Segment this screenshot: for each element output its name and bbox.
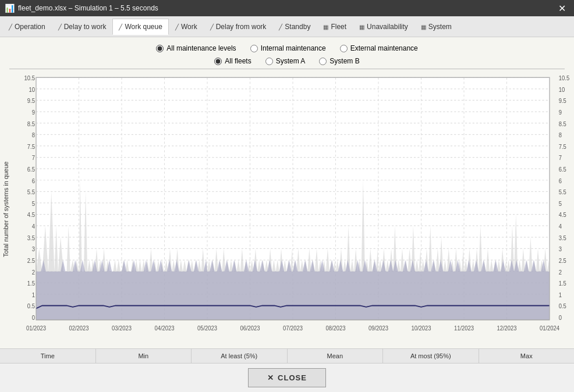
svg-text:06/2023: 06/2023 [240,325,260,332]
stats-max: Max [479,349,575,363]
tab-system[interactable]: ▦ System [414,19,458,34]
svg-text:2.5: 2.5 [559,257,566,264]
fleet-filter-row: All fleets System A System B [0,55,574,67]
stats-bar: Time Min At least (5%) Mean At most (95%… [0,348,574,363]
svg-text:01/2024: 01/2024 [540,325,559,332]
window-title: fleet_demo.xlsx – Simulation 1 – 5.5 sec… [18,4,158,12]
chart-svg-area: 10.5 10.5 10 10 9.5 9.5 9 9 8.5 8.5 8 [12,70,574,348]
tab-unavailability-icon: ▦ [359,24,364,30]
svg-text:1.5: 1.5 [27,280,35,287]
svg-text:7.5: 7.5 [27,143,35,150]
svg-text:3.5: 3.5 [559,234,566,241]
tab-standby[interactable]: ╱ Standby [272,19,317,34]
tab-operation[interactable]: ╱ Operation [2,19,52,34]
svg-text:5.5: 5.5 [27,189,35,196]
svg-text:5: 5 [32,200,36,207]
svg-text:8: 8 [32,132,36,139]
tab-operation-icon: ╱ [9,24,12,30]
stats-mean: Mean [288,349,384,363]
svg-text:08/2023: 08/2023 [325,325,345,332]
svg-text:0.5: 0.5 [559,303,566,310]
tab-fleet[interactable]: ▦ Fleet [317,19,353,34]
svg-text:02/2023: 02/2023 [69,325,88,332]
svg-text:1: 1 [32,291,36,298]
tab-fleet-icon: ▦ [323,24,328,30]
svg-text:5.5: 5.5 [559,189,566,196]
close-button-label: CLOSE [278,373,307,382]
stats-time: Time [0,349,96,363]
svg-text:1.5: 1.5 [559,280,566,287]
svg-text:0.5: 0.5 [27,303,35,310]
tab-system-icon: ▦ [421,24,426,30]
main-content: All maintenance levels Internal maintena… [0,37,574,392]
svg-text:07/2023: 07/2023 [283,325,303,332]
app-icon: 📊 [5,3,15,13]
svg-text:12/2023: 12/2023 [497,325,516,332]
radio-all-maintenance[interactable]: All maintenance levels [156,44,236,52]
svg-text:2: 2 [32,269,36,276]
svg-text:9: 9 [32,109,36,116]
svg-text:9.5: 9.5 [27,98,35,105]
tab-delay-to-work-icon: ╱ [58,24,62,30]
window-close-button[interactable]: ✕ [555,2,569,15]
tab-standby-icon: ╱ [279,24,282,30]
close-x-icon: ✕ [267,373,274,382]
svg-text:9.5: 9.5 [559,98,566,105]
svg-text:0: 0 [559,314,562,321]
tab-delay-to-work[interactable]: ╱ Delay to work [52,19,113,34]
tab-delay-from-work[interactable]: ╱ Delay from work [204,19,273,34]
radio-all-fleets[interactable]: All fleets [214,57,251,65]
radio-external-maintenance[interactable]: External maintenance [340,44,418,52]
svg-text:2: 2 [559,269,562,276]
svg-text:3: 3 [32,246,36,253]
svg-text:3: 3 [559,246,562,253]
svg-text:10.5: 10.5 [24,74,36,81]
svg-text:4: 4 [32,223,36,230]
svg-text:1: 1 [559,291,562,298]
svg-text:05/2023: 05/2023 [197,325,217,332]
svg-text:11/2023: 11/2023 [454,325,474,332]
svg-text:6: 6 [32,177,36,184]
radio-internal-maintenance[interactable]: Internal maintenance [250,44,326,52]
svg-text:6: 6 [559,177,562,184]
svg-text:01/2023: 01/2023 [26,325,46,332]
svg-text:3.5: 3.5 [27,234,35,241]
svg-text:6.5: 6.5 [27,166,35,173]
svg-text:8.5: 8.5 [27,120,35,127]
filter-divider [9,69,565,69]
radio-system-a[interactable]: System A [265,57,306,65]
svg-text:7.5: 7.5 [559,143,566,150]
tab-work-queue-icon: ╱ [119,24,122,30]
maintenance-filter-row: All maintenance levels Internal maintena… [0,42,574,55]
title-bar: 📊 fleet_demo.xlsx – Simulation 1 – 5.5 s… [0,0,574,16]
tab-delay-from-work-icon: ╱ [210,24,214,30]
stats-at-most: At most (95%) [383,349,479,363]
stats-min: Min [96,349,192,363]
close-button[interactable]: ✕ CLOSE [248,368,326,387]
svg-text:03/2023: 03/2023 [112,325,132,332]
svg-text:4.5: 4.5 [27,212,35,219]
svg-text:10/2023: 10/2023 [411,325,431,332]
radio-system-b[interactable]: System B [319,57,359,65]
svg-text:10.5: 10.5 [559,74,570,81]
stats-at-least: At least (5%) [192,349,288,363]
tab-bar: ╱ Operation ╱ Delay to work ╱ Work queue… [0,16,574,37]
svg-text:04/2023: 04/2023 [154,325,174,332]
svg-text:9: 9 [559,109,562,116]
svg-text:5: 5 [559,200,562,207]
svg-text:2.5: 2.5 [27,257,35,264]
svg-text:7: 7 [559,155,562,162]
svg-text:6.5: 6.5 [559,166,566,173]
svg-text:10: 10 [559,86,565,93]
svg-text:10: 10 [29,86,35,93]
svg-text:4: 4 [559,223,562,230]
tab-unavailability[interactable]: ▦ Unavailability [353,19,414,34]
tab-work[interactable]: ╱ Work [169,19,204,34]
svg-text:4.5: 4.5 [559,212,566,219]
tab-work-queue[interactable]: ╱ Work queue [112,19,168,35]
close-row: ✕ CLOSE [0,363,574,392]
tab-work-icon: ╱ [175,24,179,30]
svg-text:09/2023: 09/2023 [369,325,388,332]
svg-text:7: 7 [32,155,36,162]
chart-wrapper: Total number of systems in queue 10.5 10… [0,70,574,348]
